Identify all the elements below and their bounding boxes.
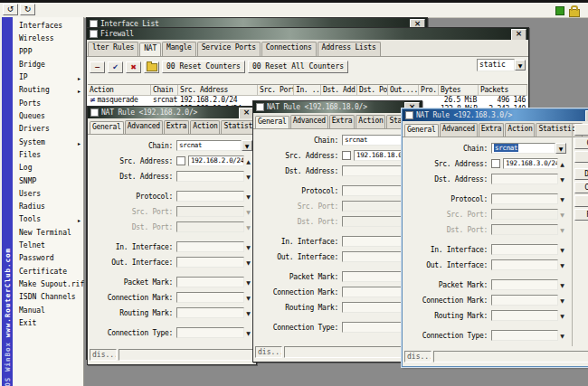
window-titlebar[interactable]: Firewall ×: [87, 28, 528, 40]
sidebar-item-users[interactable]: Users: [13, 188, 83, 201]
column-header-dst-add[interactable]: Dst. Add...: [321, 85, 357, 95]
combo-field[interactable]: [176, 257, 244, 268]
sidebar-item-tools[interactable]: Tools▸: [13, 213, 83, 226]
sidebar-item-wireless[interactable]: Wireless: [13, 33, 83, 45]
combo-field[interactable]: [176, 327, 244, 338]
combo-field[interactable]: [342, 302, 410, 313]
window-titlebar[interactable]: NAT Rule <192.168.3.0/>×: [403, 109, 588, 121]
dropdown-arrow-icon[interactable]: ▼: [555, 143, 566, 154]
sidebar-item-drivers[interactable]: Drivers: [13, 123, 83, 136]
src-address-input[interactable]: 192.168.3.0/24: [503, 158, 558, 169]
sidebar-item-files[interactable]: Files: [13, 149, 83, 162]
sidebar-item-telnet[interactable]: Telnet: [13, 240, 83, 252]
dropdown-arrow-icon[interactable]: ▼: [558, 176, 566, 183]
redo-button[interactable]: ↻: [20, 4, 35, 15]
dropdown-arrow-icon[interactable]: ▼: [244, 193, 252, 200]
combo-field[interactable]: [491, 330, 558, 341]
sidebar-item-snmp[interactable]: SNMP: [13, 175, 83, 188]
column-header-out[interactable]: Out....: [388, 85, 419, 95]
sidebar-item-queues[interactable]: Queues: [13, 110, 83, 123]
rule-mode-select[interactable]: static ▼: [477, 59, 526, 71]
tab-action[interactable]: Action: [356, 115, 385, 128]
sidebar-item-ip[interactable]: IP▸: [13, 71, 83, 84]
dropdown-arrow-icon[interactable]: ▼: [558, 333, 566, 339]
close-icon[interactable]: ×: [511, 29, 526, 40]
dropdown-arrow-icon[interactable]: ▼: [244, 330, 252, 336]
dropdown-arrow-icon[interactable]: ▼: [558, 297, 566, 304]
copy-button[interactable]: Copy: [574, 195, 588, 207]
sidebar-item-system[interactable]: System▸: [13, 137, 83, 149]
tab-advanced[interactable]: Advanced: [290, 115, 328, 128]
tab-general[interactable]: General: [404, 124, 439, 137]
reset-all-counters-button[interactable]: 00 Reset All Counters: [248, 61, 348, 73]
sidebar-item-log[interactable]: Log: [13, 162, 83, 174]
dropdown-arrow-icon[interactable]: ▼: [244, 279, 252, 286]
remove-rule-button[interactable]: −: [90, 61, 105, 73]
tab-address-lists[interactable]: Address Lists: [318, 42, 381, 56]
dropdown-arrow-icon[interactable]: ▼: [558, 262, 566, 268]
column-header-src-address[interactable]: Src. Address: [178, 85, 258, 95]
dropdown-arrow-icon[interactable]: ▼: [244, 244, 252, 250]
sidebar-item-bridge[interactable]: Bridge: [13, 59, 83, 71]
tab-service-ports[interactable]: Service Ports: [197, 42, 261, 56]
chain-combo-field[interactable]: srcnat: [176, 140, 242, 151]
disable-rule-button[interactable]: ✖: [126, 61, 141, 73]
dropdown-arrow-icon[interactable]: ▼: [558, 313, 566, 319]
combo-field[interactable]: [342, 251, 410, 262]
tab-general[interactable]: General: [255, 116, 289, 129]
combo-field[interactable]: [342, 322, 410, 333]
sidebar-item-certificate[interactable]: Certificate: [13, 266, 83, 278]
dropdown-arrow-icon[interactable]: ▼: [244, 259, 252, 266]
tab-nat[interactable]: NAT: [139, 42, 161, 57]
sidebar-item-ppp[interactable]: PPP: [13, 46, 83, 59]
tab-general[interactable]: General: [90, 121, 124, 135]
cancel-button[interactable]: Cancel: [574, 137, 588, 149]
tab-mangle[interactable]: Mangle: [162, 42, 196, 56]
combo-field[interactable]: [176, 241, 244, 252]
tab-advanced[interactable]: Advanced: [125, 120, 163, 134]
column-header-bytes[interactable]: Bytes: [439, 85, 479, 95]
combo-field[interactable]: [491, 259, 558, 270]
sidebar-item-password[interactable]: Password: [13, 252, 83, 265]
combo-field[interactable]: [342, 236, 410, 247]
sidebar-item-isdn-channels[interactable]: ISDN Channels: [13, 291, 83, 304]
up-arrow-icon[interactable]: ▲: [558, 161, 566, 167]
sidebar-item-radius[interactable]: Radius: [13, 201, 83, 213]
column-header-action[interactable]: Action: [88, 85, 151, 95]
dropdown-arrow-icon[interactable]: ▼: [558, 196, 566, 202]
dropdown-arrow-icon[interactable]: ▼: [515, 60, 526, 71]
src-address-input[interactable]: 192.168.2.0/24: [188, 155, 244, 166]
dropdown-arrow-icon[interactable]: ▼: [558, 282, 566, 288]
sidebar-item-new-terminal[interactable]: New Terminal: [13, 227, 83, 240]
dropdown-arrow-icon[interactable]: ▼: [558, 247, 566, 253]
sidebar-item-exit[interactable]: Exit: [13, 317, 83, 330]
dropdown-arrow-icon[interactable]: ▼: [244, 174, 252, 180]
dropdown-arrow-icon[interactable]: ▼: [244, 295, 252, 301]
combo-field[interactable]: [176, 171, 244, 182]
enable-rule-button[interactable]: ✔: [108, 61, 123, 73]
combo-field[interactable]: [491, 295, 558, 306]
column-header-chain[interactable]: Chain: [151, 85, 178, 95]
tab-action[interactable]: Action: [505, 123, 535, 137]
combo-field[interactable]: [342, 287, 410, 297]
sidebar-item-ports[interactable]: Ports: [13, 98, 83, 110]
comment-button[interactable]: [144, 61, 159, 73]
comment-button[interactable]: Comment: [574, 182, 588, 193]
column-header-in[interactable]: In. ...: [294, 85, 321, 95]
sidebar-item-manual[interactable]: Manual: [13, 305, 83, 317]
up-arrow-icon[interactable]: ▲: [244, 158, 252, 165]
combo-field[interactable]: [176, 191, 244, 202]
window-titlebar[interactable]: NAT Rule <192.168.18.0/>×: [253, 101, 422, 113]
column-header-dst-port[interactable]: Dst. Port: [357, 85, 388, 95]
remove-button[interactable]: Remove: [574, 209, 588, 221]
apply-button[interactable]: Apply: [574, 151, 588, 163]
tab-extra[interactable]: Extra: [164, 120, 190, 134]
chain-combo-field[interactable]: srcnat: [342, 135, 407, 146]
undo-button[interactable]: ↺: [3, 4, 18, 15]
tab-action[interactable]: Action: [190, 120, 220, 134]
sidebar-item-interfaces[interactable]: Interfaces: [13, 20, 83, 33]
tab-connections[interactable]: Connections: [261, 42, 317, 56]
column-header-src-port[interactable]: Src. Port: [258, 85, 294, 95]
tab-filter-rules[interactable]: lter Rules: [88, 42, 138, 56]
combo-field[interactable]: [491, 279, 558, 290]
